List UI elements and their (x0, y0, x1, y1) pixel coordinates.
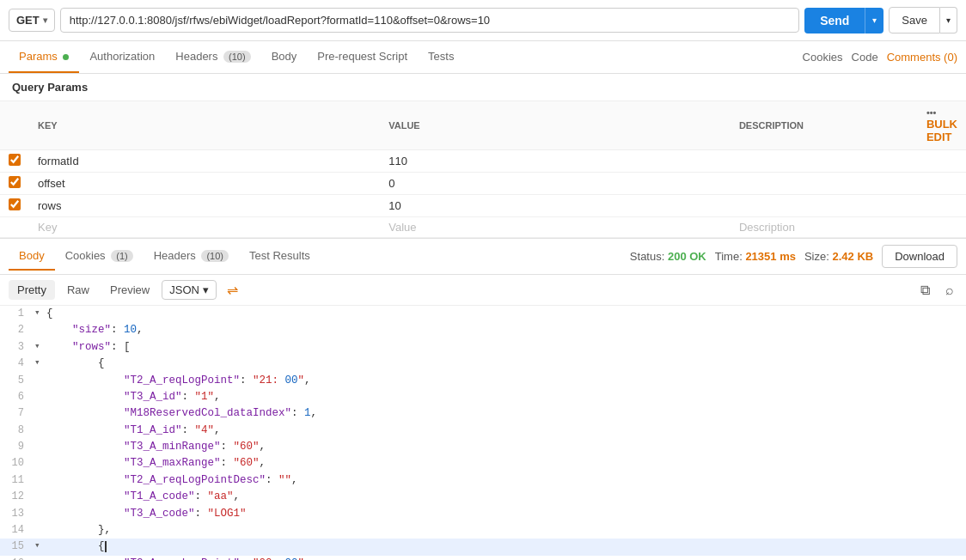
code-area[interactable]: 1 ▾ { 2 "size": 10, 3 ▾ "rows": [ 4 ▾ { … (0, 306, 966, 560)
line-arrow[interactable]: ▾ (34, 539, 46, 555)
row-key[interactable]: formatId (29, 150, 380, 173)
cookies-link[interactable]: Cookies (803, 51, 843, 64)
code-line: 10 "T3_A_maxRange": "60", (0, 455, 966, 472)
fmt-tab-pretty[interactable]: Pretty (9, 280, 55, 300)
code-line: 16 "T2_A_reqLogPoint": "00: 00", (0, 556, 966, 560)
code-line: 2 "size": 10, (0, 322, 966, 338)
params-table: KEY VALUE DESCRIPTION ••• Bulk Edit form… (0, 101, 966, 238)
new-row-actions (918, 217, 966, 238)
fmt-tab-preview[interactable]: Preview (101, 280, 158, 300)
line-arrow[interactable]: ▾ (34, 356, 46, 372)
line-content: "T2_A_reqLogPointDesc": "", (46, 472, 966, 489)
comments-link[interactable]: Comments (0) (887, 51, 957, 64)
size-value: 2.42 KB (832, 250, 873, 263)
tab-body[interactable]: Body (261, 41, 308, 73)
table-row: rows 10 (0, 195, 966, 217)
bulk-edit-button[interactable]: Bulk Edit (926, 118, 957, 143)
search-button[interactable]: ⌕ (942, 281, 957, 300)
tab-tests[interactable]: Tests (418, 41, 464, 73)
tab-authorization[interactable]: Authorization (79, 41, 165, 73)
save-dropdown-button[interactable]: ▾ (940, 7, 957, 33)
send-dropdown-button[interactable]: ▾ (865, 8, 883, 33)
top-bar: GET ▾ Send ▾ Save ▾ (0, 0, 966, 41)
row-checkbox[interactable] (9, 176, 21, 188)
format-dropdown-arrow: ▾ (203, 283, 209, 296)
tab-prerequest[interactable]: Pre-request Script (307, 41, 418, 73)
copy-button[interactable]: ⧉ (917, 281, 933, 300)
res-tab-test-results[interactable]: Test Results (239, 242, 321, 271)
new-row-desc[interactable]: Description (731, 217, 918, 238)
code-link[interactable]: Code (852, 51, 878, 64)
line-content: "M18ReservedCol_dataIndex": 1, (46, 405, 966, 422)
status-label: Status: 200 OK (630, 250, 706, 263)
line-arrow[interactable]: ▾ (34, 339, 46, 356)
th-check (0, 101, 29, 150)
row-check-cell[interactable] (0, 173, 29, 195)
row-description[interactable] (731, 195, 918, 217)
th-key: KEY (29, 101, 380, 150)
th-actions: ••• Bulk Edit (918, 101, 966, 150)
row-value[interactable]: 0 (380, 173, 731, 195)
wrap-icon[interactable]: ⇌ (227, 282, 238, 298)
code-line: 8 "T1_A_id": "4", (0, 423, 966, 439)
row-check-cell[interactable] (0, 195, 29, 217)
row-check-cell[interactable] (0, 150, 29, 173)
tab-params[interactable]: Params (9, 41, 79, 73)
line-content: "rows": [ (46, 339, 966, 356)
save-btn-group: Save ▾ (889, 7, 957, 33)
tab-headers[interactable]: Headers (10) (165, 41, 260, 73)
row-key[interactable]: offset (29, 173, 380, 195)
row-description[interactable] (731, 150, 918, 173)
code-line: 12 "T1_A_code": "aa", (0, 489, 966, 505)
send-btn-group: Send ▾ (804, 8, 883, 33)
response-tabs-bar: Body Cookies (1) Headers (10) Test Resul… (0, 239, 966, 275)
line-arrow (34, 405, 46, 422)
code-line: 14 }, (0, 522, 966, 539)
params-dot (63, 54, 69, 60)
row-actions (918, 173, 966, 195)
method-select[interactable]: GET ▾ (9, 9, 55, 32)
res-tab-body-label: Body (19, 249, 45, 262)
res-tab-headers[interactable]: Headers (10) (144, 242, 239, 271)
fmt-preview-label: Preview (110, 283, 150, 296)
line-content: "T2_A_reqLogPoint": "00: 00", (46, 556, 966, 560)
line-number: 6 (0, 389, 34, 405)
download-button[interactable]: Download (882, 245, 957, 268)
line-arrow (34, 322, 46, 338)
line-arrow (34, 489, 46, 505)
code-line: 11 "T2_A_reqLogPointDesc": "", (0, 472, 966, 489)
more-button[interactable]: ••• (926, 107, 937, 118)
code-line: 15 ▾ { (0, 539, 966, 555)
row-checkbox[interactable] (9, 198, 21, 210)
line-content: }, (46, 522, 966, 539)
time-value: 21351 ms (745, 250, 796, 263)
res-tab-cookies[interactable]: Cookies (1) (55, 242, 144, 271)
row-value[interactable]: 110 (380, 150, 731, 173)
line-number: 16 (0, 556, 34, 560)
time-label: Time: 21351 ms (715, 250, 796, 263)
res-tab-headers-label: Headers (154, 249, 196, 262)
row-key[interactable]: rows (29, 195, 380, 217)
row-checkbox[interactable] (9, 154, 21, 166)
new-row-key[interactable]: Key (29, 217, 380, 238)
value-placeholder: Value (388, 221, 416, 234)
res-headers-badge: (10) (201, 250, 229, 262)
line-number: 15 (0, 539, 34, 555)
new-row-value[interactable]: Value (380, 217, 731, 238)
headers-badge: (10) (223, 51, 251, 63)
row-value[interactable]: 10 (380, 195, 731, 217)
row-description[interactable] (731, 173, 918, 195)
line-arrow[interactable]: ▾ (34, 306, 46, 322)
fmt-tab-raw[interactable]: Raw (58, 280, 98, 300)
format-bar-right: ⧉ ⌕ (917, 281, 957, 300)
send-button[interactable]: Send (804, 8, 865, 33)
code-line: 6 "T3_A_id": "1", (0, 389, 966, 405)
line-arrow (34, 423, 46, 439)
format-select[interactable]: JSON ▾ (162, 280, 217, 300)
line-content: { (46, 539, 966, 555)
save-button[interactable]: Save (889, 7, 940, 33)
req-tabs-right: Cookies Code Comments (0) (803, 51, 957, 64)
res-tab-body[interactable]: Body (9, 242, 55, 271)
tab-headers-label: Headers (175, 50, 217, 63)
url-input[interactable] (60, 8, 799, 33)
